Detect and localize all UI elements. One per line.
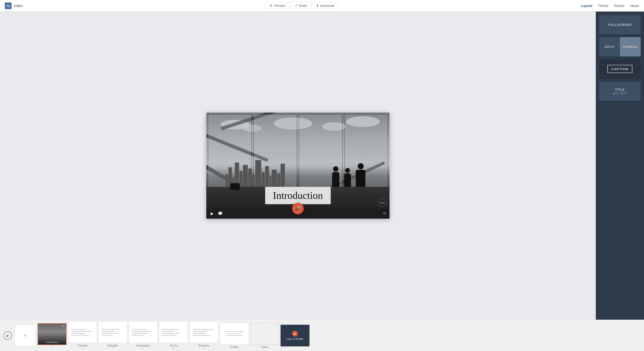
logo-watermark: LOGO bbox=[378, 198, 386, 207]
slide-text-lines-5 bbox=[159, 326, 188, 338]
slide-text-lines-6 bbox=[190, 326, 218, 338]
layout-fullscreen[interactable]: FULLSCREEN bbox=[599, 15, 641, 34]
slide-thumb-5 bbox=[159, 321, 188, 343]
slide-label-3: Example bbox=[108, 344, 118, 347]
slide-label-2: Concept bbox=[78, 344, 88, 347]
slide-thumb-3 bbox=[98, 321, 127, 343]
slide-label-4: Explanation bbox=[136, 344, 150, 347]
slide-thumb-6 bbox=[190, 321, 218, 343]
nav-tab-layout[interactable]: Layout bbox=[581, 4, 592, 8]
timeline-slide-3[interactable]: Example 3 bbox=[98, 321, 127, 350]
nav-tabs: Layout Theme Resize Music bbox=[581, 4, 639, 8]
slide-thumb-credits bbox=[220, 323, 249, 344]
time-display: 2s bbox=[383, 212, 386, 215]
video-container: Introduction LOGO ▶ 💬 2s 🎤 bbox=[206, 112, 390, 219]
slide-label-6: Summary bbox=[198, 344, 210, 347]
silhouette-person-2 bbox=[344, 168, 351, 189]
slide-thumb-2 bbox=[68, 321, 97, 343]
slide-thumb-cta: ▶ CALL TO ACTION bbox=[280, 325, 310, 346]
silhouettes bbox=[332, 163, 366, 189]
timeline-slide-5[interactable]: You try 5 bbox=[159, 321, 188, 350]
slide-title-overlay[interactable]: Introduction bbox=[265, 187, 331, 204]
slide-label-outro: Outro bbox=[261, 346, 268, 348]
slide-thumb-4 bbox=[129, 321, 158, 343]
slide-number-5: 5 bbox=[173, 347, 174, 350]
slide-number-6: 6 bbox=[203, 347, 204, 350]
comment-button[interactable]: 💬 bbox=[217, 210, 224, 217]
app-title: Video bbox=[14, 4, 23, 8]
layout-split[interactable]: SPLIT SCREEN bbox=[599, 37, 641, 56]
caption-inner: CAPTION bbox=[607, 65, 633, 73]
plus-icon: + bbox=[24, 332, 27, 339]
slide-number-2: 2 bbox=[82, 347, 83, 350]
cta-icon: ▶ bbox=[292, 331, 298, 336]
slide-label-credits: Credits bbox=[230, 346, 238, 348]
main-layout: Introduction LOGO ▶ 💬 2s 🎤 bbox=[0, 12, 644, 320]
slide-thumb-1: ••• Introduction bbox=[38, 323, 66, 345]
canvas-area: Introduction LOGO ▶ 💬 2s 🎤 bbox=[0, 12, 596, 320]
timeline-slide-4[interactable]: Explanation 4 bbox=[129, 321, 158, 350]
right-panel: FULLSCREEN SPLIT SCREEN CAPTION TITLE AN… bbox=[596, 12, 644, 320]
silhouette-person-1 bbox=[332, 166, 339, 189]
slide-number-3: 3 bbox=[112, 347, 114, 350]
timeline-strip: ▶ + ••• Introduction 1 Concept 2 bbox=[0, 320, 644, 351]
timeline-play-button[interactable]: ▶ bbox=[3, 331, 12, 340]
timeline-slide-cta[interactable]: ▶ CALL TO ACTION bbox=[280, 325, 310, 346]
add-slide-button[interactable]: + bbox=[14, 325, 36, 346]
nav-tab-resize[interactable]: Resize bbox=[614, 4, 625, 8]
split-right: SCREEN bbox=[620, 37, 641, 56]
slide-text-lines-3 bbox=[98, 326, 127, 338]
microphone-button[interactable]: 🎤 bbox=[292, 203, 304, 214]
silhouette-person-3 bbox=[356, 163, 366, 189]
preview-button[interactable]: 👁 Preview bbox=[265, 2, 290, 9]
download-icon: ⬇ bbox=[316, 4, 319, 8]
slide-thumb-outro bbox=[250, 323, 279, 344]
eye-icon: 👁 bbox=[270, 4, 273, 8]
nav-tab-music[interactable]: Music bbox=[630, 4, 639, 8]
slide-title-text: Introduction bbox=[273, 190, 323, 201]
layout-title-text[interactable]: TITLE AND TEXT bbox=[599, 82, 641, 101]
slide-label-5: You try bbox=[170, 344, 178, 347]
slide-text-lines-2 bbox=[68, 326, 97, 338]
app-brand: Sp Video bbox=[5, 2, 23, 9]
bag bbox=[230, 183, 240, 190]
timeline-slide-6[interactable]: Summary 6 bbox=[190, 321, 218, 350]
slide-number-4: 4 bbox=[142, 347, 144, 350]
slide-number-1: 1 bbox=[51, 345, 53, 348]
action-buttons: 👁 Preview ↗ Share ⬇ Download bbox=[265, 2, 339, 9]
share-button[interactable]: ↗ Share bbox=[290, 2, 312, 9]
share-icon: ↗ bbox=[294, 4, 297, 8]
slide-text-lines-4 bbox=[129, 326, 158, 338]
timeline-slide-outro[interactable]: Outro bbox=[250, 323, 279, 348]
nav-tab-theme[interactable]: Theme bbox=[598, 4, 608, 8]
play-button[interactable]: ▶ bbox=[210, 210, 214, 217]
split-left: SPLIT bbox=[599, 37, 620, 56]
app-logo: Sp bbox=[5, 2, 12, 9]
slide-dots-1: ••• bbox=[62, 325, 64, 328]
mic-icon: 🎤 bbox=[295, 206, 301, 212]
top-navigation: Sp Video 👁 Preview ↗ Share ⬇ Download La… bbox=[0, 0, 644, 12]
slide-thumb-label-1: Introduction bbox=[38, 341, 66, 344]
timeline-slide-credits[interactable]: Credits bbox=[220, 323, 249, 348]
layout-caption[interactable]: CAPTION bbox=[599, 59, 641, 78]
timeline-slide-2[interactable]: Concept 2 bbox=[68, 321, 97, 350]
timeline-slide-1[interactable]: ••• Introduction 1 bbox=[38, 323, 66, 348]
download-button[interactable]: ⬇ Download bbox=[312, 2, 339, 9]
cta-label: CALL TO ACTION bbox=[287, 338, 303, 340]
